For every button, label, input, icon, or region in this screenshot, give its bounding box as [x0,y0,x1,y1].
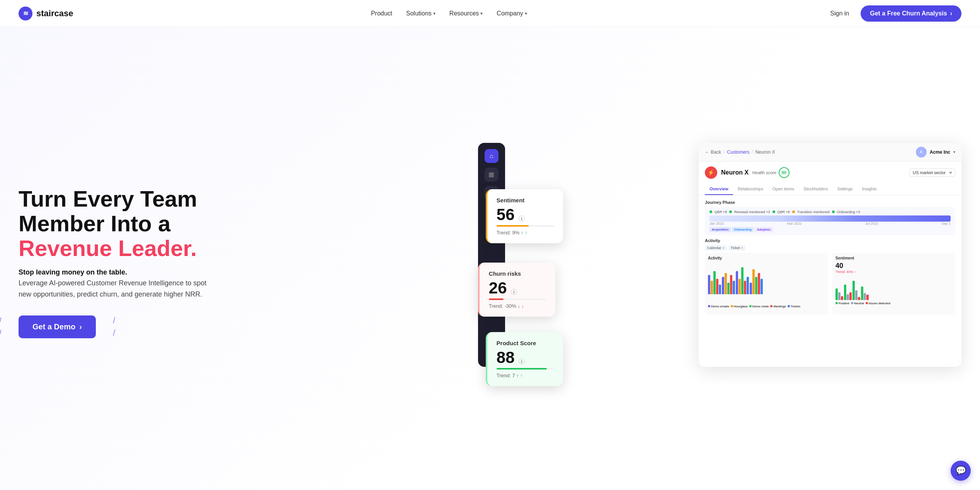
sector-select[interactable]: US market sector [909,168,955,177]
timeline-legend: QBR +8 Renewal mentioned +3 QBR +8 Trans… [709,210,951,214]
entity-info: ⚡ Neuron X Health score 80 [705,166,789,179]
activity-bars [708,263,825,294]
dashboard-topbar: ← Back / Customers / Neuron X A Acme Inc… [699,143,961,162]
logo-icon: ≋ [19,7,32,20]
logo-text: staircase [36,8,73,19]
sentiment-value: 56 [497,207,515,223]
info-icon: ℹ [511,289,517,295]
sentiment-progress-bar [497,225,554,227]
churn-trend: Trend: -30% ↓ ↓ [489,303,546,309]
info-icon: ℹ [519,215,525,222]
entity-name: Neuron X [721,169,749,176]
churn-value: 26 [489,280,507,296]
sentiment-bars [835,277,952,300]
remove-calendar-tag[interactable]: × [723,246,725,250]
get-demo-button[interactable]: Get a Demo › [19,315,96,338]
chevron-down-icon: ▾ [480,11,483,16]
journey-section: Journey Phase QBR +8 Renewal mentioned +… [705,200,955,235]
sidebar-home-icon[interactable]: ⌂ [485,149,499,163]
sentiment-label: Sentiment [497,197,554,203]
chevron-down-icon: ▾ [433,11,436,16]
arrow-icon: › [950,10,952,17]
sentiment-trend: Trend: 9% ↑ ↑ [497,230,554,236]
deco-left2-icon: ⟋ [0,326,7,340]
hero-right: ⌂ ▦ 👤 Sentiment 56 ℹ Trend: 9% ↑ ↑ Churn… [509,143,961,382]
charts-row: Activity [705,253,955,315]
activity-section: Activity Calendar × Ticket × [705,238,955,315]
arrow-icon: › [79,322,82,331]
product-score-label: Product Score [497,340,554,346]
chat-icon: 💬 [956,466,966,476]
nav-solutions[interactable]: Solutions ▾ [401,7,441,20]
navbar: ≋ staircase Product Solutions ▾ Resource… [0,0,980,27]
username-label: Acme Inc [930,149,950,155]
timeline-progress-bar [709,215,951,222]
filter-calendar-tag: Calendar × [705,245,727,251]
cta-churn-button[interactable]: Get a Free Churn Analysis › [861,5,961,22]
deco-right2-icon: ⟋ [107,326,121,340]
health-score-badge: 80 [779,167,789,178]
nav-product[interactable]: Product [366,7,398,20]
churn-card: Churn risks 26 ℹ Trend: -30% ↓ ↓ [478,263,555,317]
nav-right: Sign in Get a Free Churn Analysis › [825,5,961,22]
sentiment-chart-trend: Trend: 40% ↑ [835,270,952,274]
dot-onboarding [832,210,835,213]
nav-resources[interactable]: Resources ▾ [444,7,488,20]
dashboard-panel: ← Back / Customers / Neuron X A Acme Inc… [699,143,961,367]
churn-label: Churn risks [489,270,546,277]
breadcrumb: ← Back / Customers / Neuron X [705,149,775,155]
tab-insights[interactable]: Insights [858,183,881,195]
health-score-section: Health score 80 [752,167,789,178]
sentiment-chart-value: 40 [835,262,952,270]
user-menu[interactable]: A Acme Inc ▾ [916,147,955,158]
activity-chart: Activity [705,253,828,315]
entity-header: ⚡ Neuron X Health score 80 US market sec… [699,162,961,183]
nav-links: Product Solutions ▾ Resources ▾ Company … [366,7,533,20]
tab-stockholders[interactable]: Stockholders [799,183,833,195]
dot-renewal [729,210,732,213]
info-icon: ℹ [519,358,525,365]
nav-company[interactable]: Company ▾ [491,7,532,20]
chevron-down-icon: ▾ [525,11,527,16]
dot-qbr2 [772,210,775,213]
tab-relationships[interactable]: Relationships [733,183,768,195]
tab-open-items[interactable]: Open items [768,183,799,195]
dot-qbr [709,210,712,213]
deco-right-icon: ⟋ [107,314,121,327]
hero-left: Turn Every Team Member Into a Revenue Le… [19,187,509,338]
phase-labels: Acquisition Onboarding Adoption [709,227,951,232]
journey-timeline: QBR +8 Renewal mentioned +3 QBR +8 Trans… [705,207,955,235]
chat-button[interactable]: 💬 [951,461,971,481]
product-score-card: Product Score 88 ℹ Trend: 7 ↑ ↑ [486,332,563,386]
hero-section: Turn Every Team Member Into a Revenue Le… [0,27,980,490]
journey-section-title: Journey Phase [705,200,955,205]
filter-tags: Calendar × Ticket × [705,245,955,251]
sentiment-legend: Positive Neutral Issues detected [835,302,952,305]
dashboard-tabs: Overview Relationships Open items Stockh… [699,183,961,195]
churn-progress-bar [489,298,546,300]
activity-legend: Demo emails Hourglass Demo chats Meeting… [708,305,825,308]
breadcrumb-customers-link[interactable]: Customers [727,149,749,155]
remove-ticket-tag[interactable]: × [741,246,743,250]
activity-title: Activity [705,238,955,243]
product-trend: Trend: 7 ↑ ↑ [497,373,554,378]
chevron-down-icon: ▾ [953,150,955,154]
tab-settings[interactable]: Settings [833,183,858,195]
timeline-date-labels: Jan 2022 Mar 2022 Jul 2022 Sep 2 [709,222,951,226]
logo-link[interactable]: ≋ staircase [19,7,73,20]
entity-icon: ⚡ [705,166,717,179]
filter-ticket-tag: Ticket × [728,245,745,251]
tab-overview[interactable]: Overview [705,183,733,195]
sentiment-card: Sentiment 56 ℹ Trend: 9% ↑ ↑ [486,189,563,243]
product-score-bar [497,368,554,370]
dashboard-content: Journey Phase QBR +8 Renewal mentioned +… [699,195,961,367]
avatar: A [916,147,927,158]
hero-title: Turn Every Team Member Into a Revenue Le… [19,187,493,260]
product-score-value: 88 [497,349,515,366]
sign-in-link[interactable]: Sign in [825,7,854,20]
sidebar-chart-icon[interactable]: ▦ [485,168,499,181]
dot-transition [792,210,795,213]
sentiment-chart: Sentiment 40 Trend: 40% ↑ [832,253,955,315]
hero-subtitle: Stop leaving money on the table. Leverag… [19,267,219,300]
